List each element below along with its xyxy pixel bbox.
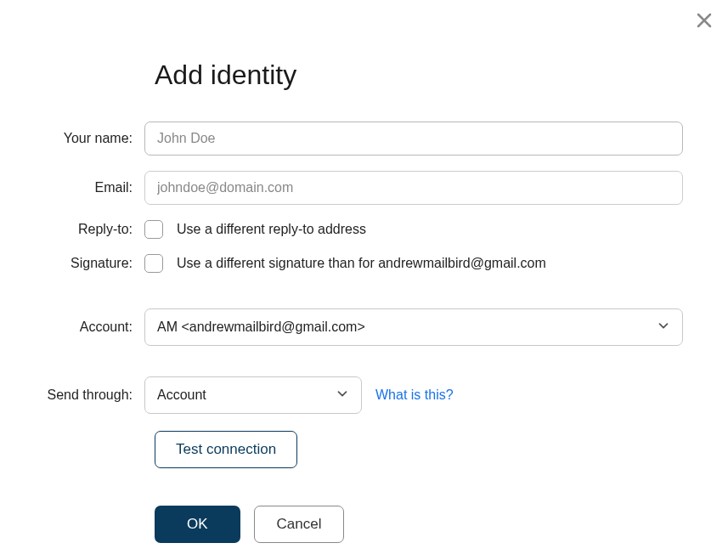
close-icon (696, 8, 713, 34)
label-sendthrough: Send through: (34, 387, 144, 403)
account-select-value: AM <andrewmailbird@gmail.com> (157, 320, 365, 335)
email-input[interactable] (144, 171, 683, 205)
replyto-checkbox-label: Use a different reply-to address (177, 222, 366, 237)
dialog-title: Add identity (155, 59, 728, 91)
row-email: Email: (34, 171, 728, 205)
add-identity-dialog: Add identity Your name: Email: Reply-to:… (0, 0, 728, 543)
sendthrough-select-wrapper: Account (144, 376, 362, 414)
replyto-checkbox[interactable] (144, 220, 163, 239)
label-name: Your name: (34, 131, 144, 146)
what-is-this-link[interactable]: What is this? (375, 387, 454, 403)
label-replyto: Reply-to: (34, 222, 144, 237)
row-name: Your name: (34, 122, 728, 156)
cancel-button[interactable]: Cancel (254, 506, 345, 543)
row-test: Test connection (155, 431, 728, 468)
row-buttons: OK Cancel (155, 506, 728, 543)
row-account: Account: AM <andrewmailbird@gmail.com> (34, 308, 728, 346)
label-signature: Signature: (34, 256, 144, 271)
account-select-wrapper: AM <andrewmailbird@gmail.com> (144, 308, 683, 346)
name-input[interactable] (144, 122, 683, 156)
close-button[interactable] (696, 10, 713, 32)
row-signature: Signature: Use a different signature tha… (34, 254, 728, 273)
account-select[interactable]: AM <andrewmailbird@gmail.com> (144, 308, 683, 346)
sendthrough-select[interactable]: Account (144, 376, 362, 414)
signature-checkbox[interactable] (144, 254, 163, 273)
row-replyto: Reply-to: Use a different reply-to addre… (34, 220, 728, 239)
signature-checkbox-label: Use a different signature than for andre… (177, 256, 546, 271)
test-connection-button[interactable]: Test connection (155, 431, 297, 468)
row-sendthrough: Send through: Account What is this? (34, 376, 728, 414)
sendthrough-select-value: Account (157, 387, 206, 403)
label-account: Account: (34, 320, 144, 335)
ok-button[interactable]: OK (155, 506, 240, 543)
label-email: Email: (34, 180, 144, 195)
